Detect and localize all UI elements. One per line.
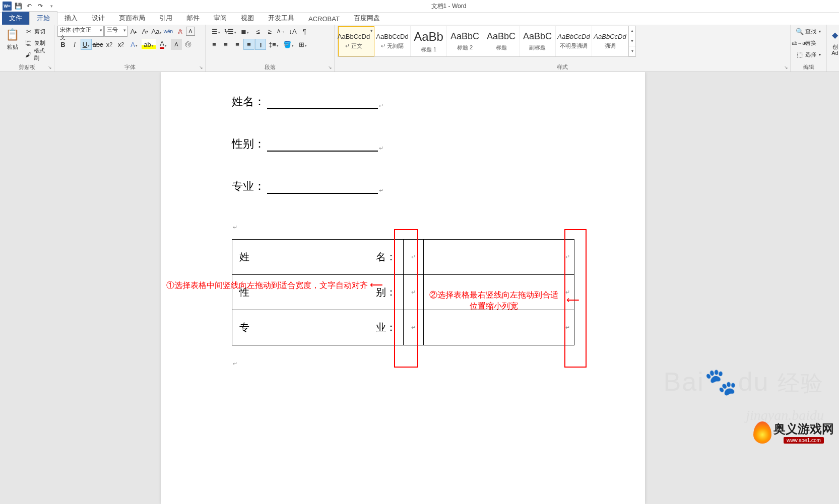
redo-icon[interactable]: ↷ bbox=[35, 1, 45, 11]
style-preview: AaBbC bbox=[523, 31, 552, 42]
borders-button[interactable]: ⊞ bbox=[296, 39, 310, 50]
font-launcher-icon[interactable]: ↘ bbox=[198, 64, 204, 70]
distributed-button[interactable]: ⫿ bbox=[255, 39, 266, 50]
align-left-button[interactable]: ≡ bbox=[209, 39, 220, 50]
table-label-cell[interactable]: 姓 名： bbox=[232, 240, 404, 275]
annotation-1: ①选择表格中间竖线向左拖动到适合宽度，文字自动对齐 ⟵ bbox=[121, 279, 383, 291]
style-item-1[interactable]: AaBbCcDd↵ 无间隔 bbox=[374, 26, 411, 56]
font-color-button[interactable]: A bbox=[156, 39, 170, 50]
field-1[interactable]: 性别：↵ bbox=[232, 134, 605, 152]
highlight-button[interactable]: ab bbox=[142, 39, 156, 50]
gallery-down-icon[interactable]: ▼ bbox=[629, 36, 635, 46]
sort-button[interactable]: ↓A bbox=[287, 26, 298, 37]
tab-design[interactable]: 设计 bbox=[85, 12, 112, 25]
style-preview: AaBbC bbox=[450, 31, 479, 42]
line-spacing-button[interactable]: ‡≡ bbox=[267, 39, 281, 50]
underline-button[interactable]: U bbox=[81, 39, 92, 50]
change-case-button[interactable]: Aa bbox=[151, 26, 162, 37]
justify-button[interactable]: ≡ bbox=[243, 39, 254, 50]
gallery-scroll: ▲▼▾ bbox=[628, 26, 635, 56]
painter-label: 格式刷 bbox=[34, 47, 49, 62]
partial-button[interactable]: ◆ 创 Ad bbox=[830, 26, 839, 57]
style-item-4[interactable]: AaBbC标题 bbox=[483, 26, 520, 56]
style-item-6[interactable]: AaBbCcDd不明显强调 bbox=[556, 26, 592, 56]
document-area[interactable]: 姓名：↵性别：↵专业：↵ ↵ 姓 名：↵↵性 别：↵↵专 业：↵↵ ①选择表格中… bbox=[0, 72, 839, 504]
field-0[interactable]: 姓名：↵ bbox=[232, 92, 605, 109]
increase-indent-button[interactable]: ≥ bbox=[264, 26, 275, 37]
style-name: 副标题 bbox=[529, 44, 546, 51]
clipboard-launcher-icon[interactable]: ↘ bbox=[47, 64, 53, 70]
field-underline[interactable] bbox=[267, 182, 378, 194]
tab-review[interactable]: 审阅 bbox=[207, 12, 234, 25]
tab-dev[interactable]: 开发工具 bbox=[261, 12, 301, 25]
numbering-button[interactable]: ⅟☰ bbox=[223, 26, 237, 37]
font-name-select[interactable]: 宋体 (中文正文 bbox=[57, 26, 104, 37]
style-item-7[interactable]: AaBbCcDd强调 bbox=[592, 26, 628, 56]
paragraph-launcher-icon[interactable]: ↘ bbox=[327, 64, 333, 70]
group-editing: 🔍查找▾ ab↔ac替换 ⬚选择▾ 编辑 bbox=[791, 25, 827, 71]
find-button[interactable]: 🔍查找▾ bbox=[794, 26, 823, 37]
italic-button[interactable]: I bbox=[69, 39, 80, 50]
subscript-button[interactable]: x2 bbox=[104, 39, 115, 50]
tab-layout[interactable]: 页面布局 bbox=[112, 12, 152, 25]
group-partial: ◆ 创 Ad bbox=[827, 25, 839, 71]
show-marks-button[interactable]: ¶ bbox=[299, 26, 310, 37]
style-item-3[interactable]: AaBbC标题 2 bbox=[447, 26, 483, 56]
decrease-indent-button[interactable]: ≤ bbox=[252, 26, 264, 37]
superscript-button[interactable]: x2 bbox=[115, 39, 126, 50]
tab-view[interactable]: 视图 bbox=[234, 12, 261, 25]
table-right-cell[interactable]: ↵ bbox=[424, 310, 574, 345]
tab-mailings[interactable]: 邮件 bbox=[179, 12, 207, 25]
field-2[interactable]: 专业：↵ bbox=[232, 177, 605, 194]
group-paragraph-label: 段落 bbox=[209, 63, 331, 71]
tab-insert[interactable]: 插入 bbox=[57, 12, 85, 25]
tab-home[interactable]: 开始 bbox=[29, 11, 57, 25]
styles-launcher-icon[interactable]: ↘ bbox=[783, 64, 789, 70]
style-name: ↵ 无间隔 bbox=[381, 42, 404, 50]
bullets-button[interactable]: ☰ bbox=[209, 26, 223, 37]
page-body[interactable]: 姓名：↵性别：↵专业：↵ ↵ 姓 名：↵↵性 别：↵↵专 业：↵↵ ①选择表格中… bbox=[161, 92, 645, 376]
tab-baidu[interactable]: 百度网盘 bbox=[347, 12, 387, 25]
style-gallery: AaBbCcDd↵ 正文AaBbCcDd↵ 无间隔AaBb标题 1AaBbC标题… bbox=[338, 26, 636, 57]
replace-button[interactable]: ab↔ac替换 bbox=[794, 37, 823, 48]
gallery-more-icon[interactable]: ▾ bbox=[629, 46, 635, 56]
undo-icon[interactable]: ↶ bbox=[24, 1, 34, 11]
ltr-button[interactable]: A→ bbox=[276, 26, 287, 37]
style-item-5[interactable]: AaBbC副标题 bbox=[520, 26, 556, 56]
style-item-2[interactable]: AaBb标题 1 bbox=[411, 26, 447, 56]
gallery-up-icon[interactable]: ▲ bbox=[629, 26, 635, 36]
text-effects-button[interactable]: A bbox=[127, 39, 141, 50]
format-painter-button[interactable]: 🖌格式刷 bbox=[23, 49, 51, 60]
multilevel-button[interactable]: ≣ bbox=[238, 26, 252, 37]
table-label-cell[interactable]: 专 业： bbox=[232, 310, 404, 345]
paste-button[interactable]: 📋 粘贴 bbox=[3, 26, 22, 51]
select-button[interactable]: ⬚选择▾ bbox=[794, 49, 823, 60]
style-name: 标题 1 bbox=[421, 46, 436, 53]
char-shading-button[interactable]: A bbox=[171, 39, 182, 50]
table-right-cell[interactable]: ↵ bbox=[424, 240, 574, 275]
strike-button[interactable]: abc bbox=[92, 39, 103, 50]
clear-formatting-button[interactable]: A̷ bbox=[174, 26, 185, 37]
cut-button[interactable]: ✂剪切 bbox=[23, 26, 51, 37]
tab-references[interactable]: 引用 bbox=[152, 12, 179, 25]
tab-file[interactable]: 文件 bbox=[2, 12, 29, 25]
title-bar: W≡ 💾 ↶ ↷ ▾ 文档1 - Word bbox=[0, 0, 839, 13]
font-size-select[interactable]: 三号 bbox=[104, 26, 127, 37]
arrow-left-icon: ⟵ bbox=[370, 280, 383, 290]
enclose-char-button[interactable]: ㊞ bbox=[182, 39, 193, 50]
align-center-button[interactable]: ≡ bbox=[220, 39, 231, 50]
shading-button[interactable]: 🪣 bbox=[281, 39, 295, 50]
word-app-icon[interactable]: W≡ bbox=[2, 1, 12, 11]
style-item-0[interactable]: AaBbCcDd↵ 正文 bbox=[338, 26, 374, 56]
char-border-button[interactable]: A bbox=[186, 27, 195, 36]
ribbon: 📋 粘贴 ✂剪切 ⿻复制 🖌格式刷 剪贴板 ↘ 宋体 (中文正文 三号 A▴ A… bbox=[0, 25, 839, 72]
shrink-font-button[interactable]: A▾ bbox=[140, 26, 151, 37]
qat-dropdown-icon[interactable]: ▾ bbox=[46, 1, 56, 11]
grow-font-button[interactable]: A▴ bbox=[128, 26, 139, 37]
field-underline[interactable] bbox=[267, 97, 378, 109]
save-icon[interactable]: 💾 bbox=[13, 1, 23, 11]
phonetic-guide-button[interactable]: wén bbox=[163, 26, 174, 37]
field-underline[interactable] bbox=[267, 139, 378, 152]
tab-acrobat[interactable]: ACROBAT bbox=[301, 13, 347, 25]
align-right-button[interactable]: ≡ bbox=[232, 39, 243, 50]
